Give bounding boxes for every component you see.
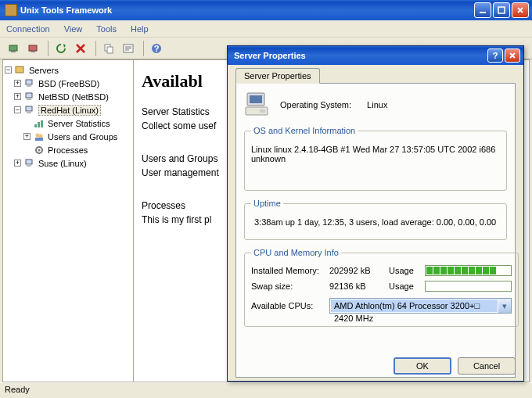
ok-button[interactable]: OK — [394, 357, 451, 375]
os-value: Linux — [367, 100, 387, 109]
expand-icon[interactable]: + — [23, 133, 31, 140]
svg-rect-15 — [27, 98, 31, 100]
svg-rect-17 — [27, 111, 31, 113]
computer-icon — [244, 91, 269, 118]
cpu-selected-value: AMD Athlon(tm) 64 Processor 3200+□ 2420 … — [331, 299, 498, 312]
svg-rect-11 — [16, 66, 23, 73]
dialog-close-button[interactable] — [505, 48, 520, 63]
refresh-icon — [55, 42, 67, 55]
toolbar-properties-button[interactable] — [120, 40, 137, 57]
maximize-button[interactable] — [493, 2, 510, 18]
gear-icon — [33, 145, 45, 156]
chart-icon — [33, 118, 45, 129]
swap-size-value: 92136 kB — [329, 281, 389, 291]
svg-rect-31 — [260, 109, 265, 113]
toolbar-connect-button[interactable] — [5, 40, 22, 57]
swap-size-label: Swap size: — [251, 281, 329, 291]
svg-rect-4 — [29, 45, 37, 51]
dialog-title: Server Properties — [234, 51, 306, 60]
tree-root[interactable]: − Servers — [5, 63, 131, 77]
copy-icon — [102, 42, 115, 55]
server-tree[interactable]: − Servers + BSD (FreeBSD) + NetBSD (NetB… — [2, 59, 134, 382]
collapse-icon[interactable]: − — [14, 106, 21, 113]
toolbar-copy-button[interactable] — [100, 40, 117, 57]
tab-server-properties[interactable]: Server Properties — [235, 68, 320, 84]
toolbar-separator — [143, 41, 144, 56]
chevron-down-icon: ▾ — [498, 299, 511, 313]
tree-node-statistics[interactable]: Server Statistics — [5, 117, 131, 130]
toolbar-separator — [48, 41, 49, 56]
toolbar-disconnect-button[interactable] — [24, 40, 41, 57]
svg-rect-27 — [27, 164, 31, 167]
installed-memory-value: 202992 kB — [329, 266, 389, 275]
disconnect-icon — [27, 42, 39, 55]
window-title: Unix Tools Framework — [20, 5, 112, 15]
svg-text:?: ? — [154, 44, 160, 53]
main-titlebar: Unix Tools Framework — [0, 0, 532, 20]
svg-rect-1 — [498, 7, 505, 13]
dialog-help-button[interactable]: ? — [487, 48, 503, 63]
server-icon — [23, 78, 36, 89]
minimize-button[interactable] — [474, 2, 491, 18]
cancel-button[interactable]: Cancel — [458, 357, 516, 375]
menu-view[interactable]: View — [64, 24, 83, 34]
statusbar: Ready — [0, 382, 532, 398]
tree-node-netbsd[interactable]: + NetBSD (NetBSD) — [5, 90, 131, 103]
swap-usage-label: Usage — [389, 281, 425, 291]
os-kernel-group: OS and Kernel Information Linux linux 2.… — [244, 126, 507, 191]
toolbar-refresh-button[interactable] — [52, 40, 70, 57]
collapse-icon[interactable]: − — [5, 66, 12, 74]
svg-rect-19 — [38, 122, 40, 127]
toolbar-delete-button[interactable] — [72, 40, 89, 57]
os-label: Operating System: — [280, 100, 351, 109]
server-icon — [23, 105, 36, 116]
svg-rect-26 — [26, 160, 32, 164]
delete-icon — [74, 42, 87, 55]
svg-rect-5 — [31, 51, 35, 52]
uptime-legend: Uptime — [251, 199, 283, 208]
dialog-titlebar[interactable]: Server Properties ? — [228, 46, 523, 65]
menubar: Connection View Tools Help — [0, 20, 532, 38]
os-kernel-info: Linux linux 2.4.18-4GB #1 Wed Mar 27 13:… — [251, 143, 500, 182]
users-icon — [33, 131, 45, 142]
svg-rect-3 — [11, 51, 16, 52]
menu-connection[interactable]: Connection — [6, 24, 50, 34]
svg-point-22 — [39, 134, 43, 138]
expand-icon[interactable]: + — [14, 93, 21, 100]
svg-rect-20 — [41, 120, 43, 127]
svg-rect-0 — [480, 12, 486, 13]
memory-usage-bar — [425, 265, 512, 276]
toolbar-help-button[interactable]: ? — [148, 40, 165, 57]
tree-node-users[interactable]: + Users and Groups — [5, 130, 131, 143]
available-cpus-dropdown[interactable]: AMD Athlon(tm) 64 Processor 3200+□ 2420 … — [329, 298, 512, 314]
svg-rect-29 — [250, 95, 262, 103]
tree-node-redhat[interactable]: − RedHat (Linux) — [5, 103, 131, 117]
close-button[interactable] — [512, 2, 529, 18]
cpu-memory-legend: CPU and Memory Info — [251, 248, 341, 257]
installed-memory-label: Installed Memory: — [251, 266, 329, 275]
os-kernel-legend: OS and Kernel Information — [251, 126, 358, 135]
available-cpus-label: Available CPUs: — [251, 301, 329, 310]
uptime-group: Uptime 3:38am up 1 day, 12:35, 3 users, … — [244, 199, 507, 240]
svg-rect-23 — [35, 138, 43, 141]
menu-tools[interactable]: Tools — [96, 24, 117, 34]
app-icon — [5, 4, 17, 16]
svg-rect-16 — [26, 106, 32, 111]
server-icon — [23, 158, 36, 169]
uptime-value: 3:38am up 1 day, 12:35, 3 users, load av… — [251, 216, 500, 231]
tree-node-processes[interactable]: Processes — [5, 143, 131, 156]
tree-node-bsd[interactable]: + BSD (FreeBSD) — [5, 77, 131, 90]
expand-icon[interactable]: + — [14, 160, 21, 167]
svg-rect-7 — [107, 47, 113, 53]
server-icon — [23, 91, 36, 102]
server-properties-dialog: Server Properties ? Server Properties Op… — [227, 45, 524, 382]
svg-rect-13 — [27, 84, 31, 87]
svg-rect-2 — [9, 45, 17, 51]
properties-icon — [122, 42, 135, 55]
servers-icon — [14, 65, 27, 76]
help-icon: ? — [150, 42, 163, 55]
svg-rect-14 — [26, 93, 32, 98]
menu-help[interactable]: Help — [131, 24, 149, 34]
expand-icon[interactable]: + — [14, 80, 21, 87]
tree-node-suse[interactable]: + Suse (Linux) — [5, 156, 131, 170]
